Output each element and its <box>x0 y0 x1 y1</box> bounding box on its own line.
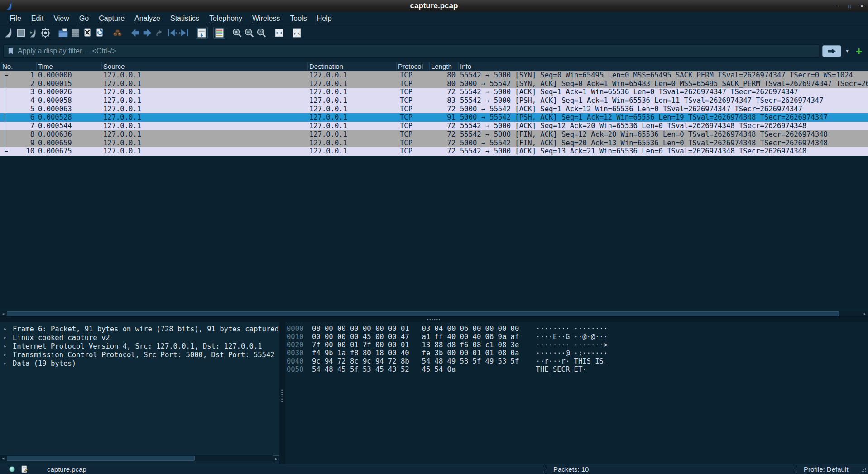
packet-row-6[interactable]: 60.000528127.0.0.1127.0.0.1TCP915000 → 5… <box>0 113 868 122</box>
details-hscrollbar[interactable]: ◂ ▸ <box>0 455 279 461</box>
status-profile[interactable]: Profile: Default <box>804 464 848 474</box>
packet-row-9[interactable]: 90.000659127.0.0.1127.0.0.1TCP725000 → 5… <box>0 139 868 148</box>
column-separator[interactable] <box>36 62 37 70</box>
start-capture-button[interactable] <box>3 27 15 39</box>
packet-row-10[interactable]: 100.000675127.0.0.1127.0.0.1TCP7255542 →… <box>0 147 868 156</box>
menu-edit[interactable]: Edit <box>26 14 49 23</box>
go-first-packet-button[interactable] <box>166 27 178 39</box>
display-filter-input[interactable]: Apply a display filter ... <Ctrl-/> <box>3 44 819 58</box>
go-to-packet-button[interactable] <box>153 27 166 39</box>
packet-row-1[interactable]: 10.000000127.0.0.1127.0.0.1TCP8055542 → … <box>0 71 868 80</box>
expand-caret-icon[interactable]: ▸ <box>0 343 13 349</box>
go-forward-button[interactable] <box>141 27 153 39</box>
detail-item-3[interactable]: ▸Transmission Control Protocol, Src Port… <box>0 350 279 359</box>
auto-scroll-button[interactable] <box>196 27 208 39</box>
packet-row-4[interactable]: 40.000058127.0.0.1127.0.0.1TCP8355542 → … <box>0 96 868 105</box>
expand-caret-icon[interactable]: ▸ <box>0 360 13 366</box>
close-file-button[interactable] <box>82 27 94 39</box>
horizontal-splitter[interactable]: •••••• <box>0 317 868 322</box>
packet-row-5[interactable]: 50.000063127.0.0.1127.0.0.1TCP725000 → 5… <box>0 105 868 114</box>
capture-comment-icon[interactable] <box>21 465 28 473</box>
expand-caret-icon[interactable]: ▸ <box>0 335 13 340</box>
display-columns-button[interactable]: 123 <box>291 27 303 39</box>
scroll-thumb[interactable] <box>7 456 195 461</box>
scroll-thumb[interactable] <box>7 311 839 316</box>
packet-row-7[interactable]: 70.000544127.0.0.1127.0.0.1TCP7255542 → … <box>0 122 868 130</box>
scroll-right-arrow[interactable]: ▸ <box>273 455 279 461</box>
menu-tools[interactable]: Tools <box>285 14 312 23</box>
scroll-right-arrow[interactable]: ▸ <box>862 311 868 317</box>
go-last-packet-button[interactable] <box>178 27 190 39</box>
column-separator[interactable] <box>307 62 308 70</box>
close-button[interactable]: ✕ <box>860 3 863 9</box>
packet-row-8[interactable]: 80.000636127.0.0.1127.0.0.1TCP7255542 → … <box>0 130 868 139</box>
maximize-button[interactable]: □ <box>848 3 851 9</box>
column-separator[interactable] <box>458 62 459 70</box>
menu-analyze[interactable]: Analyze <box>129 14 165 23</box>
column-header-protocol[interactable]: Protocol <box>398 62 423 71</box>
hex-row-0030[interactable]: 0030 f4 9b 1a f8 80 18 00 40 fe 3b 00 00… <box>285 349 868 357</box>
packet-bytes-pane[interactable]: 0000 08 00 00 00 00 00 00 01 03 04 00 06… <box>285 322 868 464</box>
detail-item-2[interactable]: ▸Internet Protocol Version 4, Src: 127.0… <box>0 342 279 350</box>
find-packet-button[interactable] <box>111 27 124 39</box>
column-separator[interactable] <box>396 62 397 70</box>
column-separator[interactable] <box>429 62 430 70</box>
menu-capture[interactable]: Capture <box>94 14 129 23</box>
menu-telephony[interactable]: Telephony <box>204 14 247 23</box>
menu-statistics[interactable]: Statistics <box>165 14 204 23</box>
zoom-in-button[interactable] <box>231 27 243 39</box>
expand-caret-icon[interactable]: ▸ <box>0 352 13 358</box>
filter-dropdown-caret[interactable]: ▾ <box>844 48 850 54</box>
menu-view[interactable]: View <box>48 14 74 23</box>
column-header-no[interactable]: No. <box>2 62 13 71</box>
zoom-original-button[interactable]: 1:1 <box>255 27 268 39</box>
column-header-destination[interactable]: Destination <box>309 62 343 71</box>
column-header-info[interactable]: Info <box>460 62 471 71</box>
colorize-button[interactable] <box>213 27 225 39</box>
filter-bookmark-icon[interactable] <box>8 47 14 55</box>
stop-capture-button[interactable] <box>15 27 27 39</box>
zoom-out-button[interactable] <box>243 27 255 39</box>
packet-row-3[interactable]: 30.000026127.0.0.1127.0.0.1TCP7255542 → … <box>0 88 868 96</box>
resize-columns-button[interactable] <box>273 27 285 39</box>
menu-wireless[interactable]: Wireless <box>247 14 285 23</box>
packet-list: 10.000000127.0.0.1127.0.0.1TCP8055542 → … <box>0 71 868 156</box>
hex-row-0050[interactable]: 0050 54 48 45 5f 53 45 43 52 45 54 0a TH… <box>285 365 868 373</box>
cell-length: 91 <box>421 113 456 122</box>
restart-capture-button[interactable] <box>27 27 39 39</box>
packet-list-hscrollbar[interactable]: ◂ ▸ <box>0 311 868 317</box>
expert-info-icon[interactable] <box>9 466 15 472</box>
capture-options-button[interactable] <box>39 27 52 39</box>
column-header-length[interactable]: Length <box>431 62 452 71</box>
column-header-time[interactable]: Time <box>38 62 53 71</box>
save-file-button[interactable] <box>69 27 82 39</box>
hex-row-0040[interactable]: 0040 9c 94 72 8c 9c 94 72 8b 54 48 49 53… <box>285 357 868 365</box>
filter-apply-button[interactable] <box>822 45 841 57</box>
packet-row-2[interactable]: 20.000015127.0.0.1127.0.0.1TCP805000 → 5… <box>0 80 868 88</box>
column-separator[interactable] <box>101 62 102 70</box>
cell-source: 127.0.0.1 <box>103 71 141 80</box>
open-file-icon <box>58 27 69 38</box>
resize-grip[interactable] <box>865 471 866 472</box>
detail-item-1[interactable]: ▸Linux cooked capture v2 <box>0 333 279 342</box>
reload-file-button[interactable] <box>94 27 106 39</box>
hex-row-0000[interactable]: 0000 08 00 00 00 00 00 00 01 03 04 00 06… <box>285 325 868 333</box>
menu-help[interactable]: Help <box>312 14 337 23</box>
hex-row-0020[interactable]: 0020 7f 00 00 01 7f 00 00 01 13 88 d8 f6… <box>285 341 868 349</box>
menu-file[interactable]: File <box>5 14 26 23</box>
menu-go[interactable]: Go <box>74 14 94 23</box>
cell-source: 127.0.0.1 <box>103 130 141 139</box>
detail-item-0[interactable]: ▸Frame 6: Packet, 91 bytes on wire (728 … <box>0 325 279 333</box>
go-first-packet-icon <box>166 27 177 38</box>
filter-add-button[interactable]: + <box>853 45 865 57</box>
minimize-button[interactable]: – <box>835 3 839 9</box>
scroll-left-arrow[interactable]: ◂ <box>0 455 6 461</box>
expand-caret-icon[interactable]: ▸ <box>0 326 13 332</box>
detail-item-4[interactable]: ▸Data (19 bytes) <box>0 359 279 368</box>
hex-row-0010[interactable]: 0010 00 00 00 00 45 00 00 47 a1 ff 40 00… <box>285 333 868 341</box>
column-header-source[interactable]: Source <box>103 62 125 71</box>
vertical-splitter[interactable]: •••••• <box>279 322 285 464</box>
open-file-button[interactable] <box>57 27 69 39</box>
scroll-left-arrow[interactable]: ◂ <box>0 311 6 317</box>
go-back-button[interactable] <box>129 27 141 39</box>
